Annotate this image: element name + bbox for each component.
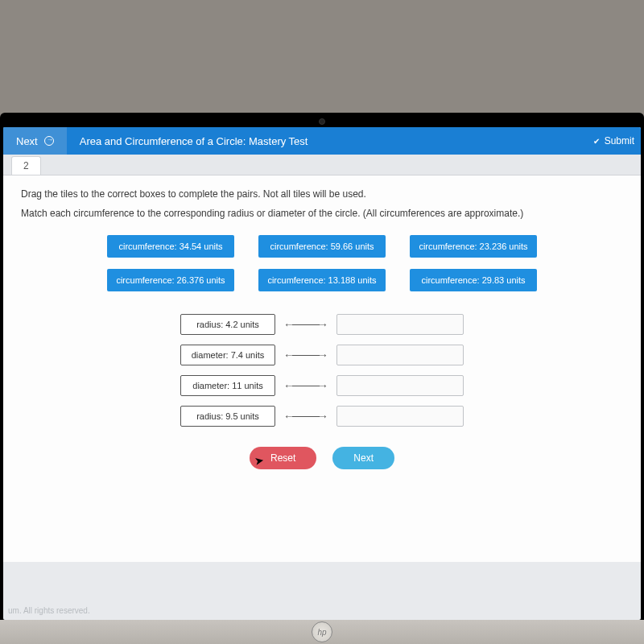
submit-button[interactable]: Submit [587,135,641,147]
laptop-frame: Next Area and Circumference of a Circle:… [0,0,644,644]
submit-label: Submit [605,135,634,147]
draggable-tile[interactable]: circumference: 23.236 units [410,235,537,258]
drop-target[interactable] [336,406,464,427]
draggable-tile[interactable]: circumference: 29.83 units [410,269,537,291]
draggable-tile[interactable]: circumference: 59.66 units [258,235,386,258]
footer-text: um. All rights reserved. [8,606,90,615]
webcam [319,118,325,125]
action-buttons: Reset Next [21,447,623,469]
match-label: radius: 4.2 units [180,314,275,335]
laptop-hinge: hp [0,620,644,644]
header-bar: Next Area and Circumference of a Circle:… [3,127,641,155]
matching-area: radius: 4.2 units diameter: 7.4 units di… [21,314,623,427]
instruction-line1: Drag the tiles to the correct boxes to c… [21,188,623,200]
hp-logo-icon: hp [312,621,332,642]
draggable-tile[interactable]: circumference: 26.376 units [107,269,234,291]
next-nav-button[interactable]: Next [3,127,67,155]
tab-question-2[interactable]: 2 [11,156,41,175]
match-row: radius: 9.5 units [180,406,464,427]
page-title: Area and Circumference of a Circle: Mast… [67,135,587,147]
question-tabs: 2 [3,155,641,175]
screen: Next Area and Circumference of a Circle:… [3,127,641,620]
check-icon [593,135,600,147]
next-button[interactable]: Next [332,447,394,469]
match-row: diameter: 11 units [180,375,464,396]
match-row: radius: 4.2 units [180,314,464,335]
next-nav-label: Next [16,135,38,147]
drop-target[interactable] [336,375,464,396]
draggable-tile[interactable]: circumference: 13.188 units [258,269,386,291]
match-label: diameter: 11 units [180,375,275,396]
double-arrow-icon [283,411,328,422]
tile-row: circumference: 34.54 units circumference… [107,235,537,258]
drop-target[interactable] [336,314,464,335]
drop-target[interactable] [336,345,464,365]
question-content: Drag the tiles to the correct boxes to c… [3,175,641,562]
arrow-circle-icon [44,136,54,146]
draggable-tile[interactable]: circumference: 34.54 units [107,235,234,258]
match-label: diameter: 7.4 units [180,345,275,365]
screen-bezel: Next Area and Circumference of a Circle:… [0,113,644,620]
instruction-line2: Match each circumference to the correspo… [21,208,623,219]
double-arrow-icon [283,380,328,391]
double-arrow-icon [283,349,328,361]
cursor-icon: ➤ [254,453,266,468]
tile-row: circumference: 26.376 units circumferenc… [107,269,537,291]
tile-bank: circumference: 34.54 units circumference… [21,235,623,291]
match-label: radius: 9.5 units [180,406,275,427]
double-arrow-icon [283,319,328,330]
match-row: diameter: 7.4 units [180,345,464,365]
